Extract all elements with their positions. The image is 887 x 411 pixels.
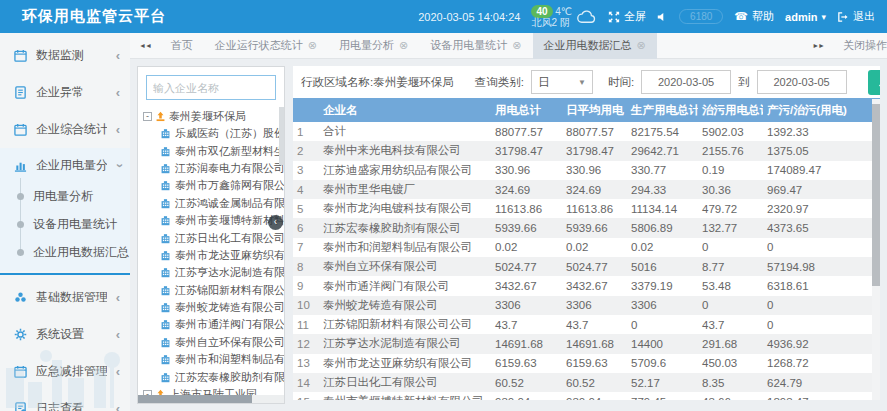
export-button[interactable]: 导出	[868, 70, 880, 95]
tree-company-item[interactable]: 乐威医药（江苏）股份有限公司	[160, 125, 284, 142]
tab-label: 首页	[171, 38, 193, 53]
value-cell: 969.47	[763, 180, 880, 199]
company-name-cell: 泰州市龙沟电镀科技有限公司	[319, 199, 491, 218]
tree-company-item[interactable]: 江苏日出化工有限公司	[160, 229, 284, 246]
sidebar-item-2[interactable]: 企业综合统计‹	[0, 111, 130, 148]
tree-horizontal-scrollbar[interactable]	[138, 395, 284, 403]
sidebar-item-0[interactable]: 数据监测‹	[0, 37, 130, 74]
wind: 北风2	[531, 17, 557, 28]
date-to-input[interactable]	[757, 70, 847, 94]
value-cell: 14400	[627, 334, 698, 353]
table-row[interactable]: 6江苏宏泰橡胶助剂有限公司5939.665939.665806.89132.77…	[293, 218, 880, 237]
sidebar-item-label: 数据监测	[36, 47, 107, 64]
sidebar-item-6[interactable]: 应急减排管理‹	[0, 353, 130, 390]
tree-company-item[interactable]: 泰州市通洋阀门有限公司	[160, 316, 284, 333]
category-select[interactable]: 日 ▼	[531, 70, 593, 94]
table-row[interactable]: 10泰州蛟龙铸造有限公司33063306330600	[293, 296, 880, 315]
tree-company-item[interactable]: 江苏润泰电力有限公司	[160, 160, 284, 177]
column-header-2: 日平均用电	[562, 98, 627, 122]
value-cell: 14691.68	[562, 334, 627, 353]
tab-0[interactable]: 首页	[160, 33, 204, 59]
notice-badge[interactable]: 6180	[679, 9, 723, 24]
tree-company-item[interactable]: 泰州市龙达亚麻纺织有限公司	[160, 247, 284, 264]
tab-3[interactable]: 设备用电量统计⊗	[419, 33, 532, 59]
table-row[interactable]: 9泰州市通洋阀门有限公司3432.673432.673379.1953.4863…	[293, 276, 880, 295]
tab-label: 设备用电量统计	[430, 38, 507, 53]
table-row[interactable]: 13泰州市龙达亚麻纺织有限公司6159.636159.635709.6450.0…	[293, 354, 880, 373]
date-from-input[interactable]	[641, 70, 731, 94]
tree-company-item[interactable]: 泰州自立环保有限公司	[160, 334, 284, 351]
tab-close-icon[interactable]: ⊗	[308, 40, 317, 51]
company-search-input[interactable]	[146, 75, 276, 100]
tabs-scroll-left-icon[interactable]: ◄◄	[130, 42, 160, 49]
close-operations-button[interactable]: 关闭操作	[843, 38, 887, 53]
tree-company-item[interactable]: 泰州市万鑫筛网有限公司	[160, 177, 284, 194]
fullscreen-icon	[608, 11, 620, 23]
value-cell: 0	[627, 315, 698, 334]
logout-label: 退出	[853, 9, 875, 24]
value-cell: 0	[763, 238, 880, 257]
tree-node-0[interactable]: -泰州姜堰环保局	[143, 107, 284, 125]
company-name-cell: 江苏宏泰橡胶助剂有限公司	[319, 218, 491, 237]
calendar-icon	[14, 49, 27, 62]
sidebar-subitem-0[interactable]: 用电量分析	[0, 182, 130, 210]
value-cell: 324.69	[562, 180, 627, 199]
fullscreen-button[interactable]: 全屏	[608, 9, 646, 24]
scrollbar-thumb[interactable]	[138, 395, 252, 403]
tree-company-item[interactable]: 泰州市和润塑料制品有限公司	[160, 351, 284, 368]
bullet-icon	[17, 249, 24, 256]
table-row[interactable]: 2泰州中来光电科技有限公司31798.4731798.4729642.71215…	[293, 141, 880, 160]
tab-2[interactable]: 用电量分析⊗	[328, 33, 419, 59]
tab-close-icon[interactable]: ⊗	[512, 40, 521, 51]
sidebar-item-1[interactable]: 企业异常‹	[0, 74, 130, 111]
tab-1[interactable]: 企业运行状态统计⊗	[204, 33, 328, 59]
help-button[interactable]: ☎ 帮助	[734, 9, 774, 24]
value-cell: 330.96	[562, 161, 627, 180]
value-cell: 0	[763, 296, 880, 315]
speaker-icon[interactable]	[657, 12, 668, 22]
table-row[interactable]: 7泰州市和润塑料制品有限公司0.020.020.0200	[293, 238, 880, 257]
scrollbar-thumb[interactable]	[872, 104, 880, 286]
tree-vertical-scrollbar[interactable]	[279, 107, 284, 165]
table-row[interactable]: 12江苏亨达水泥制造有限公司14691.6814691.6814400291.6…	[293, 334, 880, 353]
table-row[interactable]: 14江苏日出化工有限公司60.5260.5252.178.35624.79	[293, 373, 880, 392]
sidebar-item-7[interactable]: 日志查看‹	[0, 390, 130, 411]
tree-company-item[interactable]: 江苏宏泰橡胶助剂有限公司	[160, 368, 284, 385]
table-row[interactable]: 15泰州市姜堰博特新材料有限公司930.04930.04779.4543.661…	[293, 392, 880, 400]
tree-company-item[interactable]: 江苏鸿诚金属制品有限公司	[160, 195, 284, 212]
sidebar-item-4[interactable]: 基础数据管理‹	[0, 279, 130, 316]
tree-company-item[interactable]: 江苏锦阳新材料有限公司公司	[160, 282, 284, 299]
building-icon	[160, 163, 171, 174]
value-cell: 450.03	[698, 354, 763, 373]
tree-company-label: 泰州市龙达亚麻纺织有限公司	[175, 248, 284, 263]
table-row[interactable]: 8泰州自立环保有限公司5024.775024.7750168.7757194.9…	[293, 257, 880, 276]
chevron-left-icon: ‹	[116, 123, 120, 136]
table-row[interactable]: 1合计88077.5788077.5782175.545902.031392.3…	[293, 122, 880, 141]
table-row[interactable]: 5泰州市龙沟电镀科技有限公司11613.8611613.8611134.1447…	[293, 199, 880, 218]
table-row[interactable]: 3江苏迪盛家用纺织品有限公司330.96330.96330.770.191740…	[293, 161, 880, 180]
table-row[interactable]: 4泰州市里华电镀厂324.69324.69294.3330.36969.47	[293, 180, 880, 199]
tree-company-item[interactable]: 江苏亨达水泥制造有限公司	[160, 264, 284, 281]
tab-close-icon[interactable]: ⊗	[637, 40, 646, 51]
sidebar-item-5[interactable]: 系统设置‹	[0, 316, 130, 353]
sidebar-expanded-group: 企业用电量分析‹用电量分析设备用电量统计企业用电数据汇总	[0, 148, 130, 271]
sidebar-separator	[0, 273, 130, 275]
collapse-minus-icon[interactable]: -	[143, 112, 152, 121]
value-cell: 5709.6	[627, 354, 698, 373]
tree-company-item[interactable]: 泰州市姜堰博特新材料有限公司	[160, 212, 284, 229]
sidebar-subitem-2[interactable]: 企业用电数据汇总	[0, 238, 130, 266]
tabs-scroll-right-icon[interactable]: ►►	[803, 42, 833, 49]
tree-company-item[interactable]: 泰州蛟龙铸造有限公司	[160, 299, 284, 316]
column-header-3: 生产用电总计	[627, 98, 698, 122]
tab-close-icon[interactable]: ⊗	[399, 40, 408, 51]
table-vertical-scrollbar[interactable]	[872, 99, 880, 400]
sidebar-item-3[interactable]: 企业用电量分析‹	[0, 148, 130, 182]
tree-company-item[interactable]: 泰州市双亿新型材料生产有限公司	[160, 142, 284, 159]
table-row[interactable]: 11江苏锦阳新材料有限公司公司43.743.7043.70	[293, 315, 880, 334]
panel-collapse-button[interactable]: ‹	[268, 215, 283, 230]
logout-button[interactable]: 退出	[837, 9, 875, 24]
sidebar-subitem-1[interactable]: 设备用电量统计	[0, 210, 130, 238]
user-menu[interactable]: admin ▾	[785, 11, 826, 23]
tab-4[interactable]: 企业用电数据汇总⊗	[533, 33, 657, 59]
header-datetime: 2020-03-05 14:04:24	[418, 11, 520, 23]
